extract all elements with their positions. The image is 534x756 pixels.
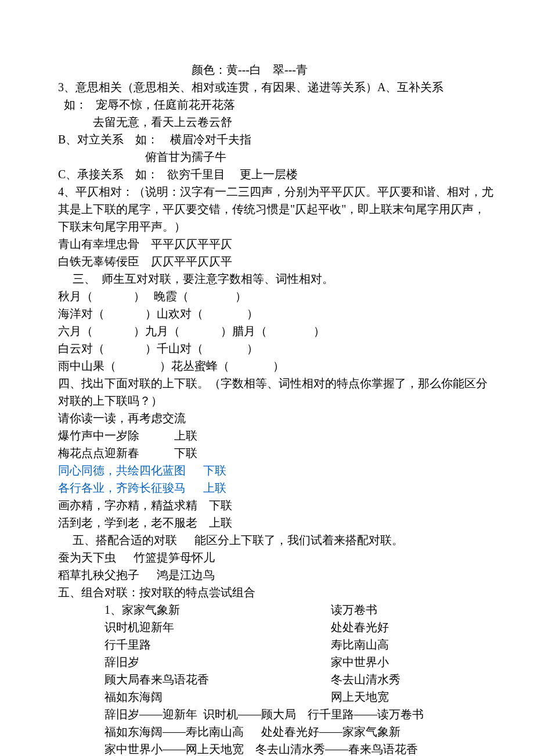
text-paragraph: 四、找出下面对联的上下联。（字数相等、词性相对的特点你掌握了，那么你能区分对联的… [58,375,493,409]
fill-blank-line: 白云对（ ）千山对（ ） [58,340,493,357]
couplet-line: 活到老，学到老，老不服老 上联 [58,514,493,531]
fill-blank-line: 海洋对（ ）山欢对（ ） [58,305,493,322]
col-left: 识时机迎新年 [104,618,331,636]
section-heading: 五、搭配合适的对联 能区分上下联了，我们试着来搭配对联。 [58,531,493,549]
couplet-line: 梅花点点迎新春 下联 [58,444,493,462]
col-right: 寿比南山高 [331,636,493,653]
couplet-line-highlighted: 同心同德，共绘四化蓝图 下联 [58,462,493,479]
text-line: 蚕为天下虫 竹篮提笋母怀儿 [58,549,493,566]
two-column-row: 行千里路 寿比南山高 [58,636,493,653]
text-line: 白铁无辜铸佞臣 仄仄平平仄仄平 [58,253,493,270]
section-heading: 三、 师生互对对联，要注意字数相等、词性相对。 [58,270,493,287]
text-line: 如： 宠辱不惊，任庭前花开花落 [58,96,493,113]
col-left: 辞旧岁 [104,653,331,671]
couplet-line: 爆竹声中一岁除 上联 [58,427,493,444]
fill-blank-line: 秋月（ ） 晚霞（ ） [58,287,493,305]
two-column-row: 辞旧岁 家中世界小 [58,653,493,671]
col-left: 行千里路 [104,636,331,653]
two-column-row: 福如东海阔 网上天地宽 [58,688,493,705]
col-left: 福如东海阔 [104,688,331,705]
col-right: 读万卷书 [331,601,493,618]
two-column-row: 识时机迎新年 处处春光好 [58,618,493,636]
text-line: 请你读一读，再考虑交流 [58,409,493,427]
text-line: 青山有幸埋忠骨 平平仄仄平平仄 [58,235,493,253]
text-line: 俯首甘为孺子牛 [58,148,493,165]
text-line: B、对立关系 如： 横眉冷对千夫指 [58,131,493,148]
text-line: 去留无意，看天上云卷云舒 [58,113,493,131]
col-right: 家中世界小 [331,653,493,671]
text-line: 福如东海阔——寿比南山高 处处春光好——家家气象新 [58,723,493,740]
text-line: 稻草扎秧父抱子 鸿是江边鸟 [58,566,493,584]
couplet-line-highlighted: 各行各业，齐跨长征骏马 上联 [58,479,493,496]
text-line: 家中世界小——网上天地宽 冬去山清水秀——春来鸟语花香 [58,740,493,756]
text-line: 颜色：黄---白 翠---青 [58,61,493,78]
fill-blank-line: 雨中山果（ ）花丛蜜蜂（ ） [58,357,493,375]
col-right: 处处春光好 [331,618,493,636]
text-line: C、承接关系 如： 欲穷千里目 更上一层楼 [58,165,493,183]
two-column-row: 顾大局春来鸟语花香 冬去山清水秀 [58,671,493,688]
text-line: 辞旧岁——迎新年 识时机——顾大局 行千里路——读万卷书 [58,705,493,723]
couplet-line: 画亦精，字亦精，精益求精 下联 [58,496,493,514]
col-right: 网上天地宽 [331,688,493,705]
col-right: 冬去山清水秀 [331,671,493,688]
fill-blank-line: 六月（ ）九月（ ）腊月（ ） [58,322,493,340]
section-heading: 五、组合对联：按对联的特点尝试组合 [58,584,493,601]
document-page: 颜色：黄---白 翠---青 3、意思相关（意思相关、相对或连贯，有因果、递进等… [0,0,534,756]
text-line: 3、意思相关（意思相关、相对或连贯，有因果、递进等关系）A、互补关系 [58,78,493,96]
col-left: 1、家家气象新 [104,601,331,618]
col-left: 顾大局春来鸟语花香 [104,671,331,688]
two-column-row: 1、家家气象新 读万卷书 [58,601,493,618]
text-paragraph: 4、平仄相对：（说明：汉字有一二三四声，分别为平平仄仄。平仄要和谐、相对，尤其是… [58,183,493,235]
